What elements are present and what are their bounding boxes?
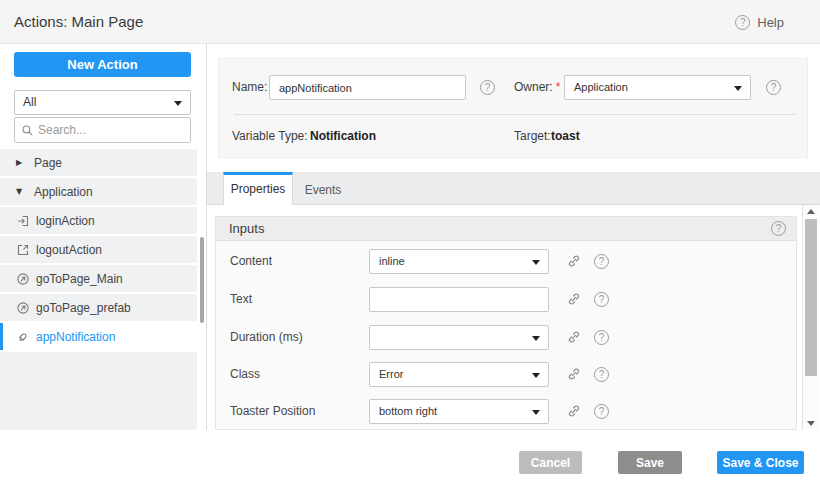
owner-select-value: Application bbox=[574, 81, 628, 93]
logout-icon bbox=[16, 243, 30, 257]
bind-link-icon[interactable] bbox=[566, 291, 582, 307]
save-and-close-button[interactable]: Save & Close bbox=[717, 451, 804, 474]
sidebar-scrollbar[interactable] bbox=[200, 237, 204, 323]
text-label: Text bbox=[230, 287, 252, 312]
action-summary-panel: Name:* ? Owner:* Application ? Variable … bbox=[218, 58, 808, 158]
duration-help-icon[interactable]: ? bbox=[594, 330, 609, 345]
chevron-down-icon bbox=[532, 410, 540, 415]
bind-link-icon[interactable] bbox=[566, 253, 582, 269]
owner-label: Owner:* bbox=[514, 75, 560, 100]
tree-item-label: goToPage_prefab bbox=[36, 301, 131, 315]
tree-item-page[interactable]: ▶ Page bbox=[0, 149, 197, 176]
owner-select[interactable]: Application bbox=[564, 75, 751, 100]
chevron-down-icon bbox=[174, 101, 182, 106]
panel-divider bbox=[234, 114, 796, 115]
bind-link-icon[interactable] bbox=[566, 366, 582, 382]
text-input[interactable] bbox=[369, 287, 549, 312]
inputs-header: Inputs ? bbox=[216, 217, 796, 241]
toaster-position-label: Toaster Position bbox=[230, 399, 315, 424]
content-help-icon[interactable]: ? bbox=[594, 254, 609, 269]
name-help-icon[interactable]: ? bbox=[480, 80, 495, 95]
chevron-down-icon bbox=[532, 260, 540, 265]
chevron-down-icon[interactable]: ▼ bbox=[16, 187, 28, 196]
search-icon bbox=[21, 124, 34, 137]
chevron-down-icon bbox=[532, 373, 540, 378]
new-action-button[interactable]: New Action bbox=[14, 52, 191, 77]
save-button[interactable]: Save bbox=[618, 451, 682, 474]
search-input[interactable] bbox=[38, 123, 184, 137]
tree-item-gotopage-main[interactable]: goToPage_Main bbox=[0, 265, 197, 292]
bind-link-icon[interactable] bbox=[566, 403, 582, 419]
tab-properties[interactable]: Properties bbox=[223, 172, 293, 205]
search-box[interactable] bbox=[14, 117, 191, 143]
target-label: Target: bbox=[514, 129, 551, 143]
tree-item-label: loginAction bbox=[36, 214, 95, 228]
tree-filler bbox=[0, 352, 197, 430]
tree-item-application[interactable]: ▼ Application bbox=[0, 178, 197, 205]
tree-item-app-notification[interactable]: appNotification bbox=[0, 323, 197, 350]
target-value: toast bbox=[551, 129, 580, 143]
class-select-value: Error bbox=[379, 368, 403, 380]
variable-type-value: Notification bbox=[310, 129, 376, 143]
tree-item-label: appNotification bbox=[36, 330, 115, 344]
tree-item-logout-action[interactable]: logoutAction bbox=[0, 236, 197, 263]
login-icon bbox=[16, 214, 30, 228]
help-button[interactable]: ? Help bbox=[735, 0, 784, 44]
class-help-icon[interactable]: ? bbox=[594, 367, 609, 382]
chevron-down-icon bbox=[532, 336, 540, 341]
class-select[interactable]: Error bbox=[369, 362, 549, 387]
inputs-title: Inputs bbox=[229, 217, 264, 241]
page-title: Actions: Main Page bbox=[14, 0, 143, 44]
inputs-help-icon[interactable]: ? bbox=[771, 221, 786, 236]
tree-item-label: Page bbox=[34, 156, 62, 170]
cancel-button[interactable]: Cancel bbox=[519, 451, 582, 474]
help-icon: ? bbox=[735, 15, 750, 30]
actions-tree: ▶ Page ▼ Application loginAction bbox=[0, 149, 197, 430]
chevron-down-icon bbox=[734, 86, 742, 91]
notification-icon bbox=[16, 330, 30, 344]
help-label: Help bbox=[757, 15, 784, 30]
required-asterisk: * bbox=[556, 80, 561, 94]
tree-item-label: logoutAction bbox=[36, 243, 102, 257]
scrollbar-thumb[interactable] bbox=[805, 219, 817, 376]
text-help-icon[interactable]: ? bbox=[594, 292, 609, 307]
filter-select-value: All bbox=[23, 95, 36, 109]
scroll-up-arrow-icon[interactable] bbox=[803, 205, 819, 218]
tree-item-login-action[interactable]: loginAction bbox=[0, 207, 197, 234]
variable-type-label: Variable Type: bbox=[232, 129, 308, 143]
filter-select[interactable]: All bbox=[14, 90, 191, 115]
tree-item-label: Application bbox=[34, 185, 93, 199]
toaster-position-help-icon[interactable]: ? bbox=[594, 404, 609, 419]
main-scrollbar[interactable] bbox=[802, 205, 819, 430]
owner-help-icon[interactable]: ? bbox=[766, 80, 781, 95]
goto-page-icon bbox=[16, 301, 30, 315]
tab-bar: Properties Events bbox=[207, 172, 820, 205]
class-label: Class bbox=[230, 362, 260, 387]
tab-events[interactable]: Events bbox=[293, 175, 353, 205]
bind-link-icon[interactable] bbox=[566, 329, 582, 345]
goto-page-icon bbox=[16, 272, 30, 286]
duration-select[interactable] bbox=[369, 325, 549, 350]
tree-item-gotopage-prefab[interactable]: goToPage_prefab bbox=[0, 294, 197, 321]
scroll-down-arrow-icon[interactable] bbox=[803, 417, 819, 430]
content-label: Content bbox=[230, 249, 272, 274]
actions-sidebar: New Action All ▶ Page ▼ Application bbox=[0, 44, 207, 430]
name-input[interactable] bbox=[269, 75, 466, 100]
dialog-footer: Cancel Save Save & Close bbox=[0, 430, 820, 491]
actions-dialog: Actions: Main Page ? Help New Action All… bbox=[0, 0, 820, 491]
toaster-position-select-value: bottom right bbox=[379, 405, 437, 417]
tree-item-label: goToPage_Main bbox=[36, 272, 123, 286]
dialog-header: Actions: Main Page ? Help bbox=[0, 0, 820, 44]
chevron-right-icon[interactable]: ▶ bbox=[16, 158, 28, 167]
content-select-value: inline bbox=[379, 255, 405, 267]
toaster-position-select[interactable]: bottom right bbox=[369, 399, 549, 424]
inputs-panel: Inputs ? Content inline ? Text bbox=[215, 216, 797, 430]
content-select[interactable]: inline bbox=[369, 249, 549, 274]
duration-label: Duration (ms) bbox=[230, 325, 303, 350]
